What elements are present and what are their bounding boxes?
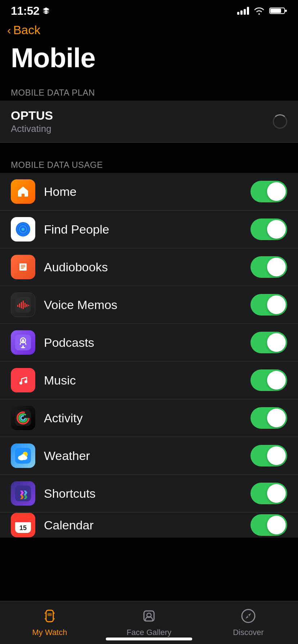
location-icon <box>42 7 50 15</box>
toggle-knob-shortcuts <box>267 484 286 503</box>
toggle-knob-activity <box>267 409 286 427</box>
svg-rect-11 <box>21 268 24 268</box>
svg-rect-40 <box>15 521 31 522</box>
toggle-activity[interactable] <box>250 407 287 429</box>
app-row-activity: Activity <box>0 399 298 437</box>
toggle-home[interactable] <box>250 181 287 202</box>
tab-discover[interactable]: Discover <box>199 606 298 644</box>
app-icon-podcasts <box>11 330 35 355</box>
svg-point-51 <box>248 615 249 617</box>
app-icon-activity <box>11 406 35 430</box>
toggle-knob-weather <box>267 446 286 465</box>
svg-point-22 <box>22 339 24 341</box>
app-name-voicememos: Voice Memos <box>44 298 242 312</box>
app-icon-weather <box>11 443 35 468</box>
svg-rect-13 <box>17 305 18 307</box>
data-usage-section-header: MOBILE DATA USAGE <box>0 156 298 173</box>
svg-rect-9 <box>21 265 25 266</box>
svg-point-27 <box>24 380 27 383</box>
app-row-audiobooks: Audiobooks <box>0 248 298 286</box>
toggle-knob-music <box>267 371 286 390</box>
plan-row: OPTUS Activating <box>0 101 298 143</box>
app-name-findpeople: Find People <box>44 222 242 236</box>
app-icon-voicememos <box>11 293 35 317</box>
app-row-findpeople: Find People <box>0 211 298 248</box>
svg-point-36 <box>21 454 26 459</box>
wifi-icon <box>253 7 265 15</box>
tab-facegallery-icon <box>139 606 159 626</box>
back-button[interactable]: ‹ Back <box>0 19 298 39</box>
svg-rect-43 <box>48 613 52 616</box>
app-name-shortcuts: Shortcuts <box>44 487 242 501</box>
toggle-music[interactable] <box>250 369 287 391</box>
app-row-music: Music <box>0 362 298 399</box>
toggle-findpeople[interactable] <box>250 218 287 240</box>
app-row-podcasts: Podcasts <box>0 324 298 362</box>
tab-facegallery-label: Face Gallery <box>127 628 172 637</box>
app-name-weather: Weather <box>44 449 242 463</box>
back-chevron-icon: ‹ <box>7 24 11 36</box>
app-name-audiobooks: Audiobooks <box>44 260 242 274</box>
app-row-calendar: 15 Calendar <box>0 512 298 538</box>
toggle-voicememos[interactable] <box>250 294 287 316</box>
carrier-name: OPTUS <box>11 109 53 123</box>
app-name-activity: Activity <box>44 411 242 425</box>
svg-rect-1 <box>285 10 287 12</box>
svg-rect-24 <box>21 347 25 348</box>
svg-point-5 <box>22 228 24 231</box>
toggle-knob-calendar <box>267 516 286 534</box>
home-indicator <box>106 638 192 640</box>
app-icon-audiobooks <box>11 255 35 279</box>
tab-discover-label: Discover <box>233 628 264 637</box>
app-icon-music <box>11 368 35 392</box>
app-name-home: Home <box>44 185 242 199</box>
svg-rect-17 <box>24 303 26 308</box>
toggle-knob-voicememos <box>267 295 286 314</box>
signal-strength-icon <box>237 7 249 15</box>
toggle-shortcuts[interactable] <box>250 483 287 504</box>
data-plan-card: OPTUS Activating <box>0 101 298 143</box>
svg-rect-2 <box>270 9 281 13</box>
section-spacer <box>0 143 298 156</box>
app-name-music: Music <box>44 373 242 387</box>
app-name-calendar: Calendar <box>44 518 242 532</box>
toggle-knob-home <box>267 182 286 201</box>
svg-rect-16 <box>23 300 24 309</box>
toggle-podcasts[interactable] <box>250 332 287 353</box>
app-row-home: Home <box>0 173 298 211</box>
battery-icon <box>269 6 287 15</box>
back-label: Back <box>13 23 41 37</box>
app-icon-shortcuts <box>11 481 35 506</box>
tab-mywatch-label: My Watch <box>32 628 67 637</box>
plan-status: Activating <box>11 123 53 134</box>
status-bar: 11:52 <box>0 0 298 19</box>
svg-rect-15 <box>21 302 22 308</box>
svg-rect-14 <box>19 303 20 308</box>
toggle-weather[interactable] <box>250 445 287 466</box>
app-row-voicememos: Voice Memos <box>0 286 298 324</box>
svg-point-26 <box>19 382 22 385</box>
toggle-audiobooks[interactable] <box>250 256 287 278</box>
tab-mywatch-icon <box>40 606 59 626</box>
svg-text:15: 15 <box>19 524 27 532</box>
app-icon-findpeople <box>11 217 35 242</box>
app-name-podcasts: Podcasts <box>44 336 242 350</box>
loading-spinner <box>273 114 287 129</box>
app-row-weather: Weather <box>0 437 298 475</box>
status-icons <box>237 6 287 15</box>
data-plan-section-header: MOBILE DATA PLAN <box>0 84 298 101</box>
svg-rect-10 <box>21 266 25 267</box>
plan-info: OPTUS Activating <box>11 109 53 134</box>
svg-rect-18 <box>26 304 27 307</box>
tab-mywatch[interactable]: My Watch <box>0 606 99 644</box>
app-row-shortcuts: Shortcuts <box>0 475 298 512</box>
toggle-calendar[interactable] <box>250 514 287 536</box>
toggle-knob-podcasts <box>267 333 286 352</box>
tab-discover-icon <box>239 606 258 626</box>
page-title: Mobile <box>0 39 298 84</box>
svg-rect-25 <box>15 372 31 388</box>
app-list: Home Find People <box>0 173 298 538</box>
app-icon-calendar: 15 <box>11 513 35 537</box>
toggle-knob-audiobooks <box>267 258 286 276</box>
app-icon-home <box>11 179 35 204</box>
